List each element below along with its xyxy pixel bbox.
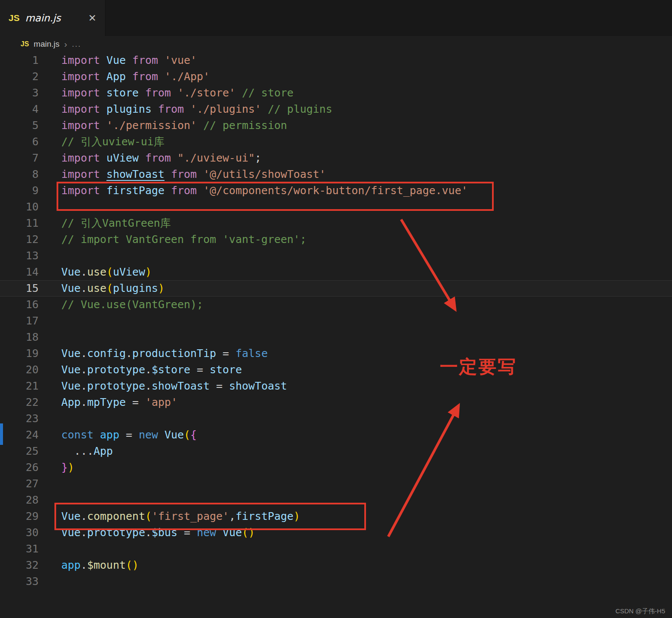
line-number: 25	[0, 443, 39, 459]
code-text: // import VantGreen from 'vant-green';	[61, 231, 306, 248]
line-number: 13	[0, 248, 39, 264]
code-text: import showToast from '@/utils/showToast…	[61, 166, 326, 183]
code-text: })	[61, 459, 74, 476]
annotation-box-vue-component	[54, 503, 366, 530]
tab-bar: JS main.js ✕	[0, 0, 672, 36]
line-number: 11	[0, 215, 39, 231]
line-number: 19	[0, 345, 39, 362]
line-number: 21	[0, 378, 39, 394]
js-file-icon: JS	[9, 13, 20, 23]
code-text: import plugins from './plugins' // plugi…	[61, 101, 332, 117]
line-number: 30	[0, 525, 39, 541]
code-text: import App from './App'	[61, 69, 210, 85]
line-number: 5	[0, 117, 39, 134]
line-number: 9	[0, 183, 39, 199]
line-number: 2	[0, 69, 39, 85]
code-line[interactable]: 8import showToast from '@/utils/showToas…	[0, 166, 672, 183]
code-line[interactable]: 25 ...App	[0, 443, 672, 459]
code-line[interactable]: 23	[0, 411, 672, 427]
code-text: import store from './store' // store	[61, 85, 294, 101]
tab-main-js[interactable]: JS main.js ✕	[0, 0, 105, 36]
line-number: 20	[0, 362, 39, 378]
line-number: 23	[0, 411, 39, 427]
code-line[interactable]: 26})	[0, 459, 672, 476]
line-number: 29	[0, 508, 39, 525]
code-line[interactable]: 2import App from './App'	[0, 69, 672, 85]
breadcrumb-symbol[interactable]: ...	[72, 39, 81, 49]
code-line[interactable]: 31	[0, 541, 672, 557]
code-line[interactable]: 33	[0, 573, 672, 590]
code-text: Vue.config.productionTip = false	[61, 345, 268, 362]
js-file-icon: JS	[21, 40, 29, 48]
code-line[interactable]: 12// import VantGreen from 'vant-green';	[0, 231, 672, 248]
code-line[interactable]: 18	[0, 329, 672, 345]
line-number: 8	[0, 166, 39, 183]
code-line[interactable]: 24const app = new Vue({	[0, 427, 672, 443]
code-text: Vue.prototype.$store = store	[61, 362, 242, 378]
line-number: 7	[0, 150, 39, 166]
left-accent-bar	[0, 423, 3, 445]
code-line[interactable]: 11// 引入VantGreen库	[0, 215, 672, 231]
annotation-note: 一定要写	[440, 355, 517, 379]
code-line[interactable]: 32app.$mount()	[0, 557, 672, 573]
code-line[interactable]: 16// Vue.use(VantGreen);	[0, 297, 672, 313]
line-number: 6	[0, 134, 39, 150]
code-text: import uView from "./uview-ui";	[61, 150, 261, 166]
code-text: import Vue from 'vue'	[61, 52, 197, 69]
code-text: Vue.use(uView)	[61, 264, 152, 280]
line-number: 33	[0, 573, 39, 590]
breadcrumb: JS main.js › ...	[0, 36, 672, 52]
line-number: 10	[0, 199, 39, 215]
code-text: // 引入uview-ui库	[61, 134, 165, 150]
line-number: 17	[0, 313, 39, 329]
tab-title: main.js	[25, 12, 84, 24]
code-line[interactable]: 7import uView from "./uview-ui";	[0, 150, 672, 166]
line-number: 31	[0, 541, 39, 557]
line-number: 26	[0, 459, 39, 476]
code-text: // 引入VantGreen库	[61, 215, 171, 231]
code-line[interactable]: 19Vue.config.productionTip = false	[0, 345, 672, 362]
code-line[interactable]: 15Vue.use(plugins)	[0, 280, 672, 297]
annotation-box-import-firstpage	[57, 182, 494, 211]
code-line[interactable]: 14Vue.use(uView)	[0, 264, 672, 280]
line-number: 4	[0, 101, 39, 117]
code-text: App.mpType = 'app'	[61, 394, 177, 411]
code-text: ...App	[61, 443, 113, 459]
line-number: 1	[0, 52, 39, 69]
line-number: 32	[0, 557, 39, 573]
code-text: app.$mount()	[61, 557, 139, 573]
code-line[interactable]: 22App.mpType = 'app'	[0, 394, 672, 411]
code-text: import './permission' // permission	[61, 117, 287, 134]
code-line[interactable]: 6// 引入uview-ui库	[0, 134, 672, 150]
line-number: 15	[0, 280, 39, 297]
code-line[interactable]: 21Vue.prototype.showToast = showToast	[0, 378, 672, 394]
code-line[interactable]: 13	[0, 248, 672, 264]
close-icon[interactable]: ✕	[88, 12, 96, 24]
chevron-right-icon: ›	[64, 39, 67, 49]
line-number: 14	[0, 264, 39, 280]
line-number: 22	[0, 394, 39, 411]
watermark: CSDN @子伟-H5	[615, 607, 665, 615]
line-number: 28	[0, 492, 39, 508]
breadcrumb-file[interactable]: main.js	[34, 39, 60, 49]
code-text: // Vue.use(VantGreen);	[61, 297, 203, 313]
code-text: Vue.use(plugins)	[61, 280, 165, 297]
code-text: const app = new Vue({	[61, 427, 197, 443]
line-number: 24	[0, 427, 39, 443]
line-number: 27	[0, 476, 39, 492]
line-number: 18	[0, 329, 39, 345]
line-number: 3	[0, 85, 39, 101]
code-line[interactable]: 5import './permission' // permission	[0, 117, 672, 134]
code-line[interactable]: 17	[0, 313, 672, 329]
code-line[interactable]: 20Vue.prototype.$store = store	[0, 362, 672, 378]
code-line[interactable]: 4import plugins from './plugins' // plug…	[0, 101, 672, 117]
line-number: 12	[0, 231, 39, 248]
code-line[interactable]: 1import Vue from 'vue'	[0, 52, 672, 69]
code-line[interactable]: 27	[0, 476, 672, 492]
code-line[interactable]: 3import store from './store' // store	[0, 85, 672, 101]
code-text: Vue.prototype.showToast = showToast	[61, 378, 287, 394]
line-number: 16	[0, 297, 39, 313]
